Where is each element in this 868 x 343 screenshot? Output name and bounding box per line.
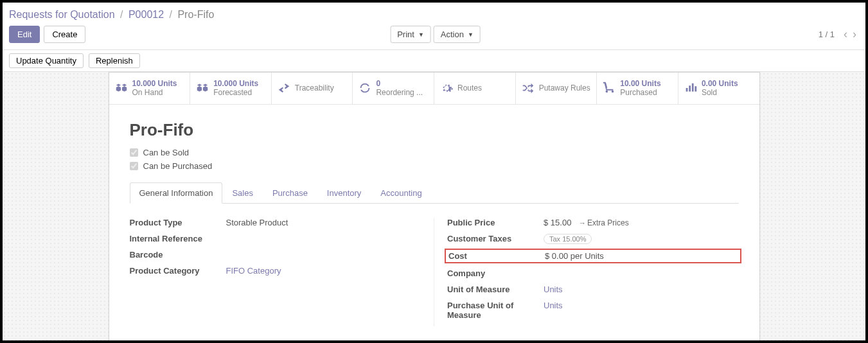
can-be-sold-checkbox[interactable]: Can be Sold [130,148,739,157]
pager-next-icon[interactable]: › [850,28,859,41]
stat-purchased[interactable]: 10.00 UnitsPurchased [597,73,678,104]
label-internal-reference: Internal Reference [130,234,226,243]
cogs-icon [439,81,454,95]
value-company [544,268,739,278]
edit-button[interactable]: Edit [9,26,40,43]
checkbox-sold[interactable] [130,148,138,157]
tab-inventory[interactable]: Inventory [317,182,371,204]
value-internal-reference [226,234,421,243]
random-icon [521,81,535,95]
exchange-icon [277,81,291,95]
replenish-button[interactable]: Replenish [89,53,140,68]
label-purchase-uom: Purchase Unit of Measure [447,301,544,320]
label-uom: Unit of Measure [447,285,544,294]
label-barcode: Barcode [130,250,226,259]
stat-reordering[interactable]: 0Reordering ... [353,73,434,104]
update-quantity-button[interactable]: Update Quantity [9,53,84,68]
breadcrumb-mid[interactable]: P00012 [128,9,164,20]
value-cost: $ 0.00 [545,251,568,261]
stat-routes[interactable]: Routes [434,73,516,104]
bars-icon [684,81,698,95]
label-product-category: Product Category [130,266,226,276]
tax-badge: Tax 15.00% [544,234,592,244]
refresh-icon [358,81,372,95]
breadcrumb-sep: / [120,9,123,20]
label-customer-taxes: Customer Taxes [447,234,544,243]
tab-general-information[interactable]: General Information [130,182,223,204]
value-purchase-uom[interactable]: Units [544,301,563,310]
breadcrumb-root[interactable]: Requests for Quotation [9,9,115,20]
tab-accounting[interactable]: Accounting [371,182,431,204]
extra-prices-link[interactable]: →Extra Prices [579,218,629,227]
stat-forecasted[interactable]: 10.000 UnitsForecasted [190,73,272,104]
cost-suffix: per Units [571,251,604,261]
action-dropdown[interactable]: Action▼ [434,26,481,43]
stat-buttons: 10.000 UnitsOn Hand 10.000 UnitsForecast… [109,73,759,105]
stat-putaway[interactable]: Putaway Rules [516,73,598,104]
pager-prev-icon[interactable]: ‹ [841,28,850,41]
tab-purchase[interactable]: Purchase [263,182,317,204]
arrow-right-icon: → [579,219,586,227]
product-title: Pro-Fifo [130,120,739,140]
label-cost: Cost [448,251,545,261]
tab-sales[interactable]: Sales [222,182,263,204]
label-product-type: Product Type [130,218,226,227]
caret-down-icon: ▼ [468,31,474,38]
create-button[interactable]: Create [44,26,85,43]
stat-traceability[interactable]: Traceability [272,73,353,104]
can-be-purchased-checkbox[interactable]: Can be Purchased [130,161,739,171]
label-company: Company [447,268,544,278]
breadcrumb: Requests for Quotation / P00012 / Pro-Fi… [9,6,859,26]
stat-on-hand[interactable]: 10.000 UnitsOn Hand [109,73,191,104]
label-public-price: Public Price [447,218,544,227]
stat-sold[interactable]: 0.00 UnitsSold [678,73,759,104]
cost-highlight: Cost $ 0.00 per Units [445,249,741,263]
caret-down-icon: ▼ [418,31,424,38]
internal-notes-heading: Internal Notes [130,339,739,343]
checkbox-purchased[interactable] [130,162,138,170]
tabs: General Information Sales Purchase Inven… [130,182,739,204]
cubes-icon [195,81,209,95]
value-uom[interactable]: Units [544,285,563,294]
value-public-price: $ 15.00 [544,218,571,227]
value-barcode [226,250,421,259]
breadcrumb-current: Pro-Fifo [177,9,214,20]
breadcrumb-sep: / [170,9,172,20]
pager-count: 1 / 1 [819,30,835,39]
value-product-category[interactable]: FIFO Category [226,266,281,276]
print-dropdown[interactable]: Print▼ [390,26,431,43]
cubes-icon [114,81,128,95]
value-product-type: Storable Product [226,218,421,227]
cart-icon [602,81,616,95]
